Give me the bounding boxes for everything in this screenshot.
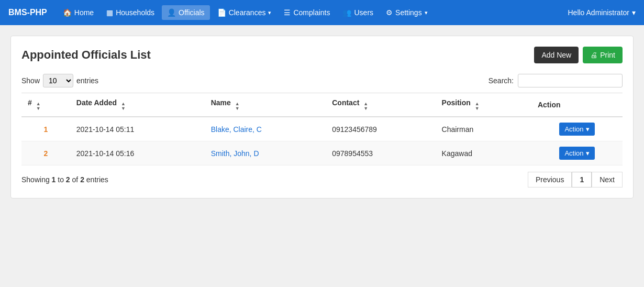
nav-clearances-label: Clearances [229,8,266,17]
page-title: Appointed Officials List [21,48,151,62]
col-date-added: Date Added ▲▼ [70,93,205,117]
user-greeting: Hello Administrator [568,8,630,17]
nav-complaints-label: Complaints [293,8,330,17]
brand: BMS-PHP [8,8,47,17]
col-contact-label: Contact [332,98,359,107]
card-header: Appointed Officials List Add New 🖨 Print [21,47,623,63]
cell-action: Action ▾ [531,117,623,141]
nav-clearances[interactable]: 📄 Clearances ▾ [212,5,277,20]
cell-action: Action ▾ [531,141,623,165]
print-label: Print [600,51,615,59]
nav-officials-label: Officials [179,8,205,17]
action-button-1[interactable]: Action ▾ [559,123,594,136]
search-label: Search: [488,76,514,85]
col-position-label: Position [442,98,471,107]
showing-to: 2 [66,175,70,184]
search-box: Search: [488,74,623,87]
showing-text: Showing 1 to 2 of 2 entries [21,175,108,184]
showing-label: Showing [21,175,52,184]
action-dropdown-icon: ▾ [586,149,590,157]
sort-date-icon: ▲▼ [121,102,126,111]
col-date-label: Date Added [76,98,117,107]
header-buttons: Add New 🖨 Print [534,47,623,63]
table-controls: Show 10 25 50 100 entries Search: [21,74,623,87]
col-action-label: Action [538,101,561,109]
cell-number: 1 [21,117,70,141]
cell-position: Chairman [436,117,531,141]
to-label: to [58,175,66,184]
col-position: Position ▲▼ [436,93,531,117]
cell-contact: 0978954553 [326,141,435,165]
user-menu[interactable]: Hello Administrator ▾ [568,8,636,17]
add-new-button[interactable]: Add New [534,47,579,63]
table-header-row: # ▲▼ Date Added ▲▼ Name ▲▼ Contact ▲▼ [21,93,623,117]
cell-date: 2021-10-14 05:16 [70,141,205,165]
home-icon: 🏠 [63,8,72,17]
showing-from: 1 [52,175,56,184]
print-icon: 🖨 [590,51,597,59]
col-action: Action [531,93,623,117]
nav-officials[interactable]: 👤 Officials [162,5,210,20]
nav-users[interactable]: 👥 Users [337,5,379,20]
action-dropdown-icon: ▾ [586,125,590,133]
users-icon: 👥 [342,8,351,17]
table-footer: Showing 1 to 2 of 2 entries Previous 1 N… [21,172,623,187]
page-1-button[interactable]: 1 [572,172,592,187]
main-content: Appointed Officials List Add New 🖨 Print… [0,25,644,209]
households-icon: ▦ [106,8,113,17]
cell-position: Kagawad [436,141,531,165]
show-label: Show [21,76,40,85]
of-label: of [72,175,81,184]
sort-name-icon: ▲▼ [235,102,240,111]
nav-home-label: Home [74,8,94,17]
nav-households[interactable]: ▦ Households [101,5,160,20]
user-dropdown-icon: ▾ [632,8,636,17]
show-entries: Show 10 25 50 100 entries [21,74,98,87]
complaints-icon: ☰ [284,8,291,17]
officials-table: # ▲▼ Date Added ▲▼ Name ▲▼ Contact ▲▼ [21,93,623,165]
navbar: BMS-PHP 🏠 Home ▦ Households 👤 Officials … [0,0,644,25]
nav-households-label: Households [116,8,154,17]
next-button[interactable]: Next [592,172,623,187]
cell-date: 2021-10-14 05:11 [70,117,205,141]
showing-entries-label: entries [86,175,108,184]
table-row: 2 2021-10-14 05:16 Smith, John, D 097895… [21,141,623,165]
sort-number-icon: ▲▼ [36,102,41,111]
table-row: 1 2021-10-14 05:11 Blake, Claire, C 0912… [21,117,623,141]
officials-icon: 👤 [167,8,176,17]
nav-home[interactable]: 🏠 Home [58,5,99,20]
clearances-dropdown-icon: ▾ [268,9,271,16]
cell-contact: 09123456789 [326,117,435,141]
card: Appointed Officials List Add New 🖨 Print… [10,36,634,198]
cell-name: Blake, Claire, C [205,117,326,141]
sort-position-icon: ▲▼ [475,102,480,111]
entries-select[interactable]: 10 25 50 100 [43,74,73,87]
clearances-icon: 📄 [217,8,226,17]
col-name: Name ▲▼ [205,93,326,117]
print-button[interactable]: 🖨 Print [583,47,623,63]
cell-number: 2 [21,141,70,165]
col-number: # ▲▼ [21,93,70,117]
nav-complaints[interactable]: ☰ Complaints [279,5,335,20]
entries-label: entries [76,76,98,85]
col-contact: Contact ▲▼ [326,93,435,117]
nav-items: 🏠 Home ▦ Households 👤 Officials 📄 Cleara… [58,5,568,20]
pagination: Previous 1 Next [528,172,623,187]
nav-settings-label: Settings [395,8,422,17]
cell-name: Smith, John, D [205,141,326,165]
sort-contact-icon: ▲▼ [363,102,368,111]
showing-total: 2 [80,175,84,184]
search-input[interactable] [518,74,623,87]
previous-button[interactable]: Previous [528,172,572,187]
nav-users-label: Users [354,8,373,17]
col-name-label: Name [211,98,231,107]
settings-icon: ⚙ [386,8,393,17]
nav-settings[interactable]: ⚙ Settings ▾ [381,5,433,20]
action-button-2[interactable]: Action ▾ [559,147,594,160]
settings-dropdown-icon: ▾ [425,9,428,16]
